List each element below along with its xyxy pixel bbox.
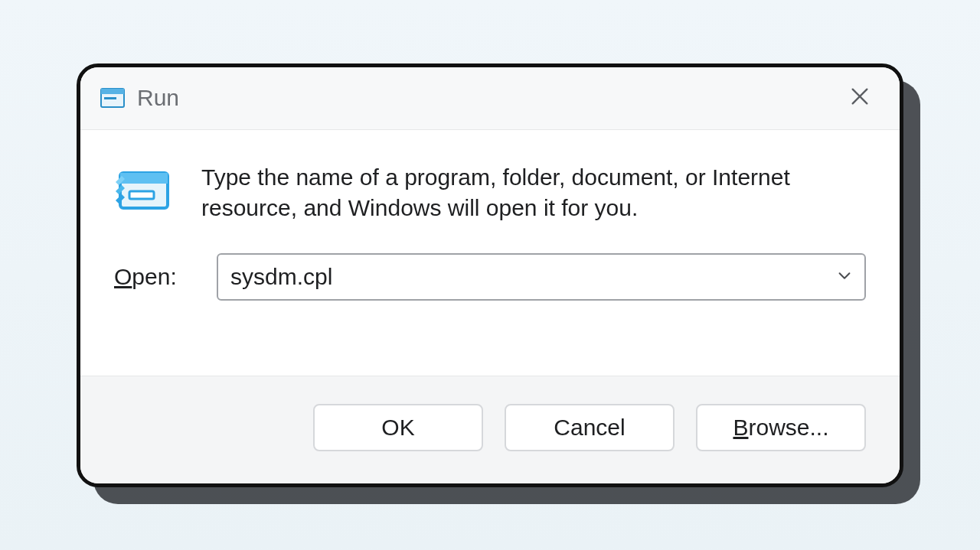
open-input[interactable] bbox=[218, 264, 825, 290]
open-label: Open: bbox=[114, 264, 217, 290]
browse-button-label: Browse... bbox=[733, 415, 828, 441]
ok-button-label: OK bbox=[381, 415, 414, 441]
cancel-button-label: Cancel bbox=[554, 415, 625, 441]
svg-rect-7 bbox=[129, 191, 154, 199]
close-icon bbox=[849, 86, 871, 110]
chevron-down-icon bbox=[836, 267, 853, 287]
browse-button[interactable]: Browse... bbox=[696, 404, 866, 451]
dialog-footer: OK Cancel Browse... bbox=[80, 376, 900, 483]
dialog-body: Type the name of a program, folder, docu… bbox=[80, 130, 900, 376]
svg-rect-1 bbox=[101, 89, 124, 94]
open-row: Open: bbox=[114, 253, 866, 301]
run-app-icon bbox=[100, 88, 125, 108]
svg-rect-6 bbox=[120, 173, 168, 184]
cancel-button[interactable]: Cancel bbox=[505, 404, 675, 451]
description-row: Type the name of a program, folder, docu… bbox=[114, 162, 866, 224]
run-dialog: Run bbox=[77, 63, 903, 487]
titlebar: Run bbox=[80, 67, 900, 130]
run-large-icon bbox=[114, 167, 174, 214]
description-text: Type the name of a program, folder, docu… bbox=[201, 162, 866, 224]
open-dropdown-button[interactable] bbox=[825, 267, 864, 287]
open-combobox[interactable] bbox=[217, 253, 866, 301]
svg-rect-2 bbox=[104, 97, 116, 99]
ok-button[interactable]: OK bbox=[313, 404, 483, 451]
close-button[interactable] bbox=[843, 81, 877, 115]
run-dialog-container: Run bbox=[77, 63, 903, 487]
dialog-title: Run bbox=[137, 85, 179, 111]
